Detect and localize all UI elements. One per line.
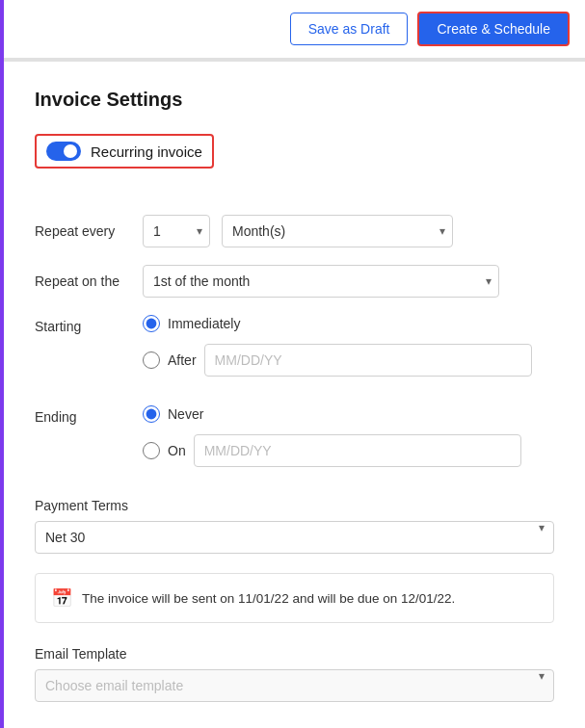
never-radio[interactable] <box>143 405 160 423</box>
starting-date-input[interactable] <box>204 344 532 377</box>
repeat-on-wrapper: 1st of the month 2nd of the month Last d… <box>143 265 499 298</box>
repeat-on-row: Repeat on the 1st of the month 2nd of th… <box>35 265 554 298</box>
starting-label: Starting <box>35 315 131 334</box>
toggle-track <box>46 142 81 161</box>
on-radio[interactable] <box>143 442 160 459</box>
ending-radio-group: Never On <box>143 405 521 479</box>
ending-date-input[interactable] <box>194 434 521 467</box>
repeat-unit-select[interactable]: Month(s) Day(s) Week(s) Year(s) <box>222 215 453 247</box>
after-radio[interactable] <box>143 351 160 369</box>
email-template-wrapper: Choose email template ▾ <box>35 669 554 702</box>
email-template-label: Email Template <box>35 646 554 662</box>
payment-terms-wrapper: Net 30 Net 15 Net 45 Net 60 Due on Recei… <box>35 521 554 554</box>
on-radio-row: On <box>143 434 521 467</box>
starting-section: Starting Immediately After <box>35 315 554 388</box>
email-template-section: Email Template Choose email template ▾ <box>35 646 554 702</box>
repeat-on-label: Repeat on the <box>35 273 131 289</box>
never-label: Never <box>168 406 203 422</box>
repeat-unit-wrapper: Month(s) Day(s) Week(s) Year(s) ▾ <box>222 215 453 247</box>
immediately-radio-row: Immediately <box>143 315 532 332</box>
repeat-every-label: Repeat every <box>35 223 131 239</box>
toggle-thumb <box>64 144 77 158</box>
never-radio-row: Never <box>143 405 521 423</box>
payment-terms-label: Payment Terms <box>35 498 554 513</box>
immediately-label: Immediately <box>168 316 240 331</box>
email-template-select[interactable]: Choose email template <box>35 669 554 702</box>
section-title: Invoice Settings <box>35 89 554 111</box>
save-draft-button[interactable]: Save as Draft <box>290 13 409 45</box>
immediately-radio[interactable] <box>143 315 160 332</box>
recurring-invoice-toggle-row[interactable]: Recurring invoice <box>35 134 214 169</box>
repeat-num-wrapper: 1 2 3 ▾ <box>143 215 210 247</box>
repeat-num-select[interactable]: 1 2 3 <box>143 215 210 247</box>
after-radio-row: After <box>143 344 532 377</box>
after-label: After <box>168 352 197 368</box>
invoice-info-text: The invoice will be sent on 11/01/22 and… <box>82 591 455 606</box>
invoice-info-box: 📅 The invoice will be sent on 11/01/22 a… <box>35 573 554 623</box>
starting-radio-group: Immediately After <box>143 315 532 388</box>
on-label: On <box>168 443 186 458</box>
ending-label: Ending <box>35 405 131 425</box>
recurring-invoice-label: Recurring invoice <box>91 143 202 160</box>
main-content: Invoice Settings Recurring invoice Repea… <box>4 59 585 728</box>
payment-terms-select[interactable]: Net 30 Net 15 Net 45 Net 60 Due on Recei… <box>35 521 554 554</box>
ending-section: Ending Never On <box>35 405 554 479</box>
recurring-invoice-toggle[interactable] <box>46 142 81 161</box>
repeat-on-select[interactable]: 1st of the month 2nd of the month Last d… <box>143 265 499 298</box>
page-wrapper: Save as Draft Create & Schedule Invoice … <box>0 0 585 728</box>
payment-terms-section: Payment Terms Net 30 Net 15 Net 45 Net 6… <box>35 498 554 554</box>
repeat-every-row: Repeat every 1 2 3 ▾ Month(s) Day(s) Wee… <box>35 215 554 247</box>
calendar-icon: 📅 <box>51 587 72 609</box>
top-bar: Save as Draft Create & Schedule <box>4 0 585 59</box>
create-schedule-button[interactable]: Create & Schedule <box>417 12 570 46</box>
